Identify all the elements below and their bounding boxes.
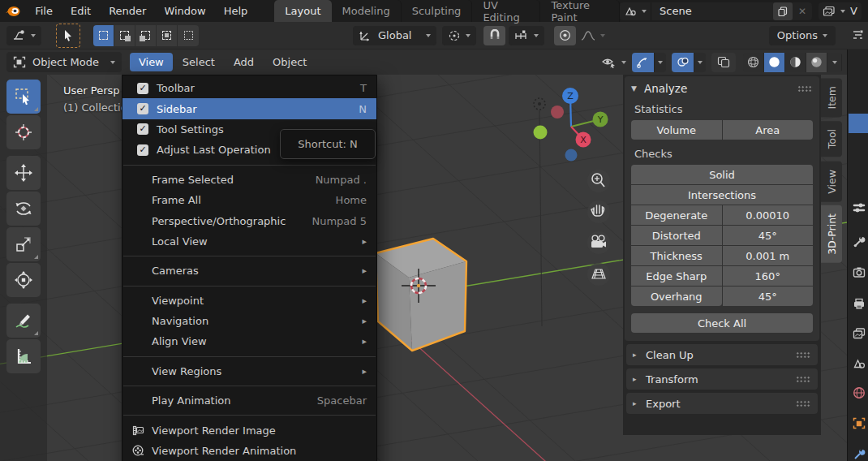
proportional-editing-toggle[interactable] (554, 26, 576, 45)
sidebar-tab-tool[interactable]: Tool (821, 121, 842, 157)
menu-edit[interactable]: Edit (62, 0, 100, 22)
menu-view[interactable]: View (130, 53, 173, 71)
sidebar-tab-view[interactable]: View (821, 162, 842, 202)
menu-item-frame-selected[interactable]: Frame SelectedNumpad . (122, 170, 376, 190)
menu-item-align-view[interactable]: Align View▸ (122, 331, 376, 351)
show-gizmos-toggle[interactable] (632, 53, 654, 72)
check-distorted-button[interactable]: Distorted (631, 226, 722, 245)
view-layer-selector[interactable]: V (819, 2, 862, 20)
check-solid-button[interactable]: Solid (631, 165, 813, 184)
check-edge-sharp-button[interactable]: Edge Sharp (631, 266, 722, 286)
tool-move[interactable] (6, 156, 41, 190)
grid-ortho-button[interactable] (587, 263, 610, 286)
menu-help[interactable]: Help (215, 0, 257, 22)
proportional-falloff-dropdown[interactable] (581, 30, 605, 41)
properties-editor-icon[interactable] (852, 200, 866, 215)
panel-grip-icon[interactable] (797, 85, 813, 92)
xray-toggle[interactable] (711, 53, 736, 72)
snap-toggle[interactable] (483, 26, 505, 45)
select-mode-subtract[interactable] (135, 25, 157, 46)
menu-item-frame-all[interactable]: Frame AllHome (122, 190, 376, 210)
tab-output-icon[interactable] (852, 296, 866, 311)
tool-transform[interactable] (6, 263, 41, 297)
overhang-value-field[interactable]: 45° (723, 287, 814, 306)
active-tool-indicator[interactable] (56, 24, 80, 48)
checkbox-checked-icon[interactable]: ✓ (137, 103, 148, 114)
sidebar-tab-3d-print[interactable]: 3D-Print (821, 205, 842, 263)
panel-grip-icon[interactable] (796, 376, 811, 382)
menu-window[interactable]: Window (155, 0, 214, 22)
edge-sharp-value-field[interactable]: 160° (723, 266, 814, 286)
outliner-filter-button[interactable] (847, 29, 868, 41)
pan-hand-button[interactable] (587, 200, 610, 223)
scene-name-field[interactable]: Scene (651, 5, 773, 17)
menu-add[interactable]: Add (225, 53, 263, 71)
workspace-tab-sculpting[interactable]: Sculpting (402, 0, 473, 22)
cleanup-panel-header[interactable]: ▸ Clean Up (626, 344, 818, 365)
shading-rendered-button[interactable] (806, 53, 827, 72)
tab-world-icon[interactable] (852, 386, 866, 400)
gizmos-dropdown[interactable] (654, 53, 666, 72)
tool-rotate[interactable] (6, 192, 41, 226)
checkbox-checked-icon[interactable]: ✓ (137, 123, 148, 135)
menu-item-viewport-render-image[interactable]: Viewport Render Image (122, 420, 376, 440)
transform-orientation-dropdown[interactable]: Global (353, 26, 436, 45)
gizmo-axis-neg-y[interactable] (534, 126, 548, 140)
panel-grip-icon[interactable] (796, 351, 811, 358)
show-overlays-toggle[interactable] (672, 53, 694, 72)
sidebar-tab-item[interactable]: Item (821, 78, 842, 117)
tool-measure[interactable] (6, 339, 41, 373)
tab-scene-icon[interactable] (852, 356, 866, 371)
new-scene-button[interactable] (773, 2, 793, 20)
menu-render[interactable]: Render (100, 0, 155, 22)
analyze-panel-header[interactable]: ▼ Analyze (625, 76, 819, 100)
check-overhang-button[interactable]: Overhang (631, 287, 722, 306)
outliner-selected-row[interactable] (849, 114, 868, 133)
gizmo-axis-neg-z[interactable] (565, 149, 578, 162)
shading-wireframe-button[interactable] (743, 53, 764, 72)
tab-object-icon[interactable] (852, 416, 866, 431)
editor-type-button[interactable] (6, 26, 41, 45)
menu-item-cameras[interactable]: Cameras▸ (122, 261, 376, 281)
export-panel-header[interactable]: ▸ Export (626, 393, 818, 414)
menu-item-local-view[interactable]: Local View▸ (122, 231, 376, 252)
degenerate-value-field[interactable]: 0.00010 (723, 205, 814, 225)
menu-item-viewpoint[interactable]: Viewpoint▸ (122, 291, 376, 311)
panel-grip-icon[interactable] (796, 400, 811, 407)
shading-dropdown[interactable] (827, 53, 842, 72)
menu-file[interactable]: File (26, 0, 62, 22)
menu-item-toolbar[interactable]: ✓ ToolbarT (122, 78, 376, 98)
tab-tool-icon[interactable] (852, 235, 866, 249)
gizmo-axis-neg-x[interactable] (551, 106, 564, 118)
workspace-tab-uv-editing[interactable]: UV Editing (472, 0, 540, 22)
shading-solid-button[interactable] (764, 53, 785, 72)
scene-browse-button[interactable] (620, 2, 651, 20)
shading-material-button[interactable] (785, 53, 806, 72)
thickness-value-field[interactable]: 0.001 m (723, 246, 814, 265)
tool-annotate[interactable] (6, 304, 41, 338)
check-thickness-button[interactable]: Thickness (631, 246, 722, 265)
select-mode-intersect[interactable] (178, 25, 199, 46)
workspace-tab-texture-paint[interactable]: Texture Paint (540, 0, 620, 22)
tool-cursor[interactable] (6, 115, 41, 149)
menu-item-perspective-orthographic[interactable]: Perspective/OrthographicNumpad 5 (122, 210, 376, 230)
object-visibility-dropdown[interactable] (601, 56, 626, 68)
overlays-dropdown[interactable] (694, 53, 706, 72)
area-button[interactable]: Area (723, 120, 814, 140)
camera-view-button[interactable] (587, 231, 610, 254)
menu-item-view-regions[interactable]: View Regions▸ (122, 361, 376, 381)
tab-view-layer-icon[interactable] (852, 326, 866, 341)
menu-object[interactable]: Object (264, 53, 316, 71)
check-all-button[interactable]: Check All (631, 313, 813, 333)
tab-modifiers-icon[interactable] (852, 447, 866, 461)
menu-item-navigation[interactable]: Navigation▸ (122, 311, 376, 331)
menu-item-play-animation[interactable]: Play AnimationSpacebar (122, 390, 376, 411)
check-intersections-button[interactable]: Intersections (631, 185, 813, 205)
select-mode-invert[interactable] (157, 25, 178, 46)
menu-item-viewport-render-animation[interactable]: Viewport Render Animation (122, 441, 376, 461)
mode-dropdown[interactable]: Object Mode (6, 52, 122, 72)
zoom-button[interactable] (587, 170, 610, 192)
volume-button[interactable]: Volume (631, 120, 722, 140)
snap-settings-dropdown[interactable] (509, 26, 544, 45)
check-degenerate-button[interactable]: Degenerate (631, 205, 722, 225)
